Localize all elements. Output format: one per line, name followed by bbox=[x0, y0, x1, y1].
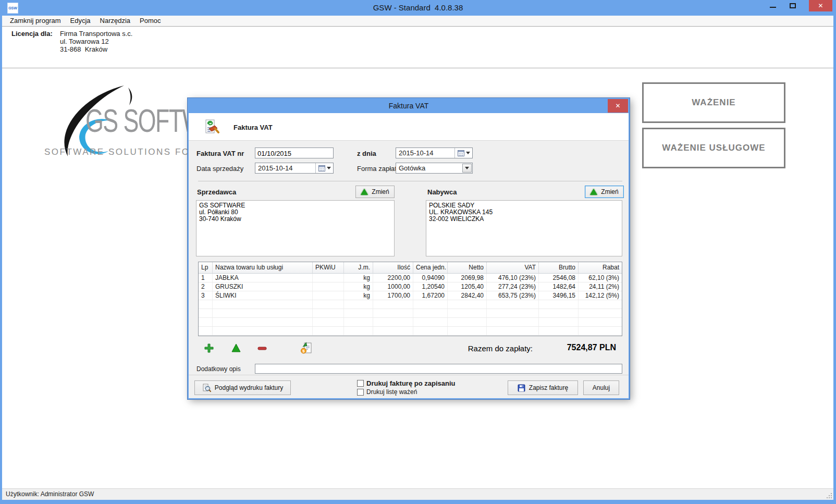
buyer-address-box[interactable]: POLSKIE SADY UL. KRAKOWSKA 145 32-002 WI… bbox=[426, 200, 622, 256]
cell: 476,10 (23%) bbox=[487, 274, 539, 282]
table-empty-row bbox=[199, 318, 622, 327]
buyer-change-button[interactable]: Zmień bbox=[585, 186, 624, 198]
col-netto[interactable]: Netto bbox=[448, 262, 487, 273]
checkbox-unchecked[interactable] bbox=[357, 389, 364, 396]
cell: 1205,40 bbox=[448, 282, 487, 291]
dialog-header-title: Faktura VAT bbox=[233, 124, 273, 131]
menu-item-zamknij-program[interactable]: Zamknij program bbox=[5, 16, 66, 26]
col-lp[interactable]: Lp bbox=[199, 262, 213, 273]
print-weighing-list-label: Drukuj listę ważeń bbox=[366, 388, 417, 396]
triangle-up-icon bbox=[590, 189, 597, 195]
close-icon: ✕ bbox=[818, 2, 823, 9]
cell: 2069,98 bbox=[448, 274, 487, 282]
maximize-icon bbox=[790, 3, 796, 8]
table-empty-row bbox=[199, 300, 622, 309]
cell: 1,20540 bbox=[413, 282, 448, 291]
col-cena[interactable]: Cena jedn. bbox=[413, 262, 448, 273]
payment-form-combobox[interactable]: Gotówka bbox=[396, 163, 473, 174]
cell: kg bbox=[344, 291, 373, 300]
issue-date-picker[interactable]: 2015-10-14 bbox=[396, 147, 473, 158]
cell bbox=[313, 282, 344, 291]
invoice-number-input[interactable] bbox=[255, 147, 334, 158]
item-price-icon[interactable]: $ bbox=[300, 342, 313, 354]
menu-item-edycja[interactable]: Edycja bbox=[66, 16, 95, 26]
dialog-titlebar[interactable]: Faktura VAT ✕ bbox=[189, 99, 629, 113]
sale-date-value: 2015-10-14 bbox=[258, 164, 293, 172]
dialog-close-button[interactable]: ✕ bbox=[608, 99, 628, 113]
print-after-save-label: Drukuj fakturę po zapisaniu bbox=[366, 379, 455, 387]
cell: kg bbox=[344, 282, 373, 291]
screen: GSW GSW - Standard 4.0.8.38 ✕ Zamknij pr… bbox=[0, 0, 836, 504]
table-row-2[interactable]: 2 GRUSZKI kg 1000,00 1,20540 1205,40 277… bbox=[199, 282, 622, 291]
table-row-1[interactable]: 1 JABŁKA kg 2200,00 0,94090 2069,98 476,… bbox=[199, 274, 622, 282]
seller-label: Sprzedawca bbox=[197, 188, 236, 196]
cell: 3496,15 bbox=[539, 291, 579, 300]
cell: 2200,00 bbox=[373, 274, 413, 282]
add-item-icon[interactable] bbox=[203, 343, 215, 353]
remove-item-icon[interactable] bbox=[256, 343, 268, 353]
print-preview-button[interactable]: Podgląd wydruku faktury bbox=[194, 380, 291, 395]
close-icon: ✕ bbox=[615, 102, 620, 109]
dialog-header-band: Faktura VAT bbox=[189, 113, 629, 141]
window-titlebar[interactable]: GSW GSW - Standard 4.0.8.38 ✕ bbox=[0, 0, 836, 16]
chevron-down-icon bbox=[466, 152, 470, 154]
cancel-button[interactable]: Anuluj bbox=[583, 380, 619, 395]
save-invoice-label: Zapisz fakturę bbox=[529, 384, 568, 391]
resize-grip-icon[interactable] bbox=[826, 493, 832, 499]
table-empty-row bbox=[199, 327, 622, 336]
col-pkwiu[interactable]: PKWiU bbox=[313, 262, 344, 273]
extra-description-input[interactable] bbox=[255, 364, 622, 374]
save-invoice-button[interactable]: Zapisz fakturę bbox=[508, 380, 578, 395]
col-brutto[interactable]: Brutto bbox=[539, 262, 579, 273]
buyer-change-label: Zmień bbox=[601, 188, 618, 195]
cell: 24,11 (2%) bbox=[579, 282, 622, 291]
col-rabat[interactable]: Rabat bbox=[579, 262, 622, 273]
seller-address-box[interactable]: GS SOFTWARE ul. Półłanki 80 30-740 Krakó… bbox=[196, 200, 395, 256]
col-ilosc[interactable]: Ilość bbox=[373, 262, 413, 273]
cell: JABŁKA bbox=[213, 274, 313, 282]
status-bar: Użytkownik: Administrator GSW bbox=[2, 488, 833, 500]
cell: 1700,00 bbox=[373, 291, 413, 300]
sale-date-dropdown-button[interactable] bbox=[315, 163, 333, 173]
edit-item-icon[interactable] bbox=[230, 343, 242, 353]
checkbox-unchecked[interactable] bbox=[357, 380, 364, 387]
cell: 653,75 (23%) bbox=[487, 291, 539, 300]
minimize-button[interactable] bbox=[764, 0, 782, 11]
col-nazwa[interactable]: Nazwa towaru lub usługi bbox=[213, 262, 313, 273]
payment-dropdown-button[interactable] bbox=[462, 164, 472, 173]
sale-date-picker[interactable]: 2015-10-14 bbox=[255, 163, 334, 174]
issue-date-dropdown-button[interactable] bbox=[454, 148, 472, 158]
col-jm[interactable]: J.m. bbox=[344, 262, 373, 273]
cell: 1,67200 bbox=[413, 291, 448, 300]
calendar-icon bbox=[318, 165, 325, 171]
buyer-label: Nabywca bbox=[427, 188, 457, 196]
extra-description-label: Dodatkowy opis bbox=[196, 365, 241, 373]
cancel-label: Anuluj bbox=[593, 384, 610, 391]
issue-date-label: z dnia bbox=[357, 150, 376, 157]
license-address: Firma Transportowa s.c. ul. Towarowa 12 … bbox=[60, 30, 132, 53]
cell: 0,94090 bbox=[413, 274, 448, 282]
seller-change-button[interactable]: Zmień bbox=[355, 186, 395, 198]
invoice-number-label: Faktura VAT nr bbox=[196, 150, 244, 157]
license-panel: Licencja dla: Firma Transportowa s.c. ul… bbox=[2, 27, 833, 68]
cell: 2 bbox=[199, 282, 213, 291]
wazenie-uslugowe-button[interactable]: WAŻENIE USŁUGOWE bbox=[642, 128, 785, 168]
invoice-stamp-icon bbox=[202, 118, 220, 136]
maximize-button[interactable] bbox=[784, 0, 802, 11]
menu-item-pomoc[interactable]: Pomoc bbox=[135, 16, 165, 26]
total-label: Razem do zapłaty: bbox=[439, 344, 533, 353]
close-button[interactable]: ✕ bbox=[809, 0, 832, 11]
col-vat[interactable]: VAT bbox=[487, 262, 539, 273]
license-label: Licencja dla: bbox=[11, 30, 53, 38]
svg-text:$: $ bbox=[302, 349, 305, 353]
print-after-save-checkbox-row[interactable]: Drukuj fakturę po zapisaniu bbox=[357, 379, 455, 387]
wazenie-button[interactable]: WAŻENIE bbox=[642, 82, 785, 123]
dialog-title: Faktura VAT bbox=[189, 99, 629, 113]
print-weighing-list-checkbox-row[interactable]: Drukuj listę ważeń bbox=[357, 388, 417, 396]
menu-item-narzedzia[interactable]: Narzędzia bbox=[95, 16, 136, 26]
cell: 3 bbox=[199, 291, 213, 300]
save-icon bbox=[518, 384, 525, 392]
table-row-3[interactable]: 3 ŚLIWKI kg 1700,00 1,67200 2842,40 653,… bbox=[199, 291, 622, 300]
table-body: 1 JABŁKA kg 2200,00 0,94090 2069,98 476,… bbox=[199, 274, 622, 336]
calendar-icon bbox=[458, 150, 464, 156]
